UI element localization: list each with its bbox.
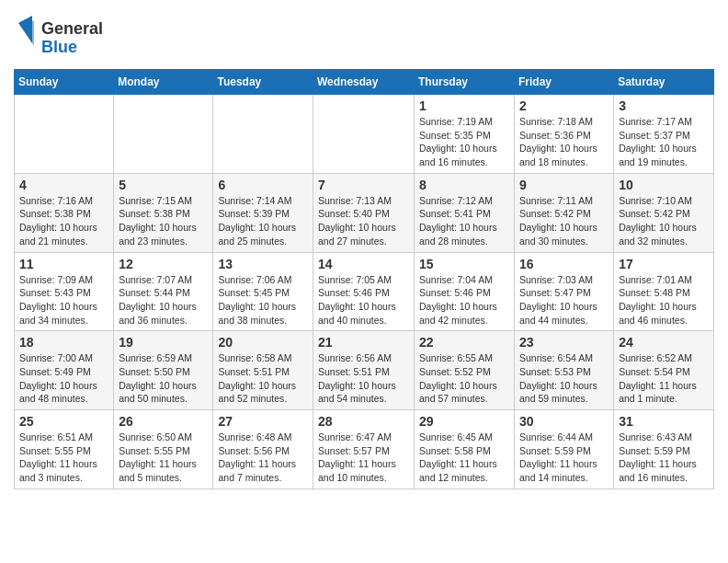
day-number: 15 xyxy=(419,257,509,271)
day-number: 6 xyxy=(218,178,308,192)
day-info: Sunrise: 7:14 AMSunset: 5:39 PMDaylight:… xyxy=(218,194,308,248)
day-info: Sunrise: 6:52 AMSunset: 5:54 PMDaylight:… xyxy=(619,351,709,406)
calendar-week-row: 4Sunrise: 7:16 AMSunset: 5:38 PMDaylight… xyxy=(15,173,714,252)
calendar-cell: 8Sunrise: 7:12 AMSunset: 5:41 PMDaylight… xyxy=(415,173,515,252)
day-info: Sunrise: 6:45 AMSunset: 5:58 PMDaylight:… xyxy=(419,431,509,485)
calendar-cell: 14Sunrise: 7:05 AMSunset: 5:46 PMDayligh… xyxy=(313,252,415,331)
day-number: 4 xyxy=(19,178,108,192)
calendar-cell: 27Sunrise: 6:48 AMSunset: 5:56 PMDayligh… xyxy=(213,410,313,489)
day-number: 30 xyxy=(519,414,609,429)
calendar-cell xyxy=(15,95,114,174)
day-info: Sunrise: 6:54 AMSunset: 5:53 PMDaylight:… xyxy=(519,351,609,406)
day-info: Sunrise: 6:59 AMSunset: 5:50 PMDaylight:… xyxy=(119,351,208,406)
day-info: Sunrise: 7:09 AMSunset: 5:43 PMDaylight:… xyxy=(19,273,108,327)
calendar-cell: 9Sunrise: 7:11 AMSunset: 5:42 PMDaylight… xyxy=(515,173,614,252)
day-number: 22 xyxy=(419,335,509,350)
calendar-cell: 10Sunrise: 7:10 AMSunset: 5:42 PMDayligh… xyxy=(614,173,714,252)
calendar-cell: 26Sunrise: 6:50 AMSunset: 5:55 PMDayligh… xyxy=(114,410,213,489)
svg-text:Blue: Blue xyxy=(41,38,77,56)
calendar-cell: 20Sunrise: 6:58 AMSunset: 5:51 PMDayligh… xyxy=(213,331,313,410)
calendar-cell: 24Sunrise: 6:52 AMSunset: 5:54 PMDayligh… xyxy=(614,331,714,410)
calendar-header-row: SundayMondayTuesdayWednesdayThursdayFrid… xyxy=(15,70,714,95)
day-number: 26 xyxy=(119,414,208,429)
day-info: Sunrise: 6:58 AMSunset: 5:51 PMDaylight:… xyxy=(218,351,308,406)
day-info: Sunrise: 7:01 AMSunset: 5:48 PMDaylight:… xyxy=(619,273,709,327)
day-info: Sunrise: 6:51 AMSunset: 5:55 PMDaylight:… xyxy=(19,431,108,485)
day-number: 16 xyxy=(519,257,609,271)
day-number: 14 xyxy=(318,257,409,271)
day-info: Sunrise: 7:05 AMSunset: 5:46 PMDaylight:… xyxy=(318,273,409,327)
day-number: 10 xyxy=(619,178,709,192)
logo-svg: GeneralBlue xyxy=(14,14,106,60)
calendar-cell: 29Sunrise: 6:45 AMSunset: 5:58 PMDayligh… xyxy=(415,410,515,489)
day-number: 5 xyxy=(119,178,208,192)
day-number: 3 xyxy=(619,98,709,113)
day-info: Sunrise: 6:48 AMSunset: 5:56 PMDaylight:… xyxy=(218,431,308,485)
calendar-table: SundayMondayTuesdayWednesdayThursdayFrid… xyxy=(14,69,714,489)
day-info: Sunrise: 7:15 AMSunset: 5:38 PMDaylight:… xyxy=(119,194,208,248)
calendar-week-row: 18Sunrise: 7:00 AMSunset: 5:49 PMDayligh… xyxy=(15,331,714,410)
day-number: 21 xyxy=(318,335,409,350)
day-number: 27 xyxy=(218,414,308,429)
day-number: 8 xyxy=(419,178,509,192)
calendar-cell: 23Sunrise: 6:54 AMSunset: 5:53 PMDayligh… xyxy=(515,331,614,410)
calendar-cell: 15Sunrise: 7:04 AMSunset: 5:46 PMDayligh… xyxy=(415,252,515,331)
day-number: 13 xyxy=(218,257,308,271)
day-header-tuesday: Tuesday xyxy=(213,70,313,95)
svg-text:General: General xyxy=(41,19,103,38)
calendar-cell: 28Sunrise: 6:47 AMSunset: 5:57 PMDayligh… xyxy=(313,410,415,489)
day-number: 19 xyxy=(119,335,208,350)
day-info: Sunrise: 7:10 AMSunset: 5:42 PMDaylight:… xyxy=(619,194,709,248)
day-number: 20 xyxy=(218,335,308,350)
day-number: 1 xyxy=(419,98,509,113)
day-info: Sunrise: 7:12 AMSunset: 5:41 PMDaylight:… xyxy=(419,194,509,248)
day-info: Sunrise: 7:11 AMSunset: 5:42 PMDaylight:… xyxy=(519,194,609,248)
calendar-cell xyxy=(313,95,415,174)
calendar-cell: 22Sunrise: 6:55 AMSunset: 5:52 PMDayligh… xyxy=(415,331,515,410)
day-info: Sunrise: 7:03 AMSunset: 5:47 PMDaylight:… xyxy=(519,273,609,327)
day-number: 18 xyxy=(19,335,108,350)
calendar-cell: 12Sunrise: 7:07 AMSunset: 5:44 PMDayligh… xyxy=(114,252,213,331)
day-info: Sunrise: 7:13 AMSunset: 5:40 PMDaylight:… xyxy=(318,194,409,248)
day-info: Sunrise: 6:50 AMSunset: 5:55 PMDaylight:… xyxy=(119,431,208,485)
day-info: Sunrise: 7:06 AMSunset: 5:45 PMDaylight:… xyxy=(218,273,308,327)
calendar-week-row: 1Sunrise: 7:19 AMSunset: 5:35 PMDaylight… xyxy=(15,95,714,174)
calendar-cell: 16Sunrise: 7:03 AMSunset: 5:47 PMDayligh… xyxy=(515,252,614,331)
day-number: 24 xyxy=(619,335,709,350)
day-header-monday: Monday xyxy=(114,70,213,95)
calendar-cell: 5Sunrise: 7:15 AMSunset: 5:38 PMDaylight… xyxy=(114,173,213,252)
day-number: 12 xyxy=(119,257,208,271)
calendar-cell: 17Sunrise: 7:01 AMSunset: 5:48 PMDayligh… xyxy=(614,252,714,331)
calendar-cell: 13Sunrise: 7:06 AMSunset: 5:45 PMDayligh… xyxy=(213,252,313,331)
day-info: Sunrise: 7:16 AMSunset: 5:38 PMDaylight:… xyxy=(19,194,108,248)
day-number: 7 xyxy=(318,178,409,192)
calendar-cell xyxy=(114,95,213,174)
day-header-wednesday: Wednesday xyxy=(313,70,415,95)
calendar-week-row: 11Sunrise: 7:09 AMSunset: 5:43 PMDayligh… xyxy=(15,252,714,331)
calendar-cell: 2Sunrise: 7:18 AMSunset: 5:36 PMDaylight… xyxy=(515,95,614,174)
page-header: GeneralBlue xyxy=(14,14,714,60)
day-number: 9 xyxy=(519,178,609,192)
day-number: 11 xyxy=(19,257,108,271)
day-info: Sunrise: 7:18 AMSunset: 5:36 PMDaylight:… xyxy=(519,115,609,169)
day-info: Sunrise: 6:56 AMSunset: 5:51 PMDaylight:… xyxy=(318,351,409,406)
day-info: Sunrise: 7:04 AMSunset: 5:46 PMDaylight:… xyxy=(419,273,509,327)
day-number: 25 xyxy=(19,414,108,429)
calendar-cell: 21Sunrise: 6:56 AMSunset: 5:51 PMDayligh… xyxy=(313,331,415,410)
day-info: Sunrise: 6:47 AMSunset: 5:57 PMDaylight:… xyxy=(318,431,409,485)
day-info: Sunrise: 6:55 AMSunset: 5:52 PMDaylight:… xyxy=(419,351,509,406)
calendar-cell: 30Sunrise: 6:44 AMSunset: 5:59 PMDayligh… xyxy=(515,410,614,489)
logo: GeneralBlue xyxy=(14,14,106,60)
calendar-cell: 1Sunrise: 7:19 AMSunset: 5:35 PMDaylight… xyxy=(415,95,515,174)
calendar-cell: 6Sunrise: 7:14 AMSunset: 5:39 PMDaylight… xyxy=(213,173,313,252)
calendar-week-row: 25Sunrise: 6:51 AMSunset: 5:55 PMDayligh… xyxy=(15,410,714,489)
day-info: Sunrise: 7:17 AMSunset: 5:37 PMDaylight:… xyxy=(619,115,709,169)
calendar-cell: 25Sunrise: 6:51 AMSunset: 5:55 PMDayligh… xyxy=(15,410,114,489)
day-header-friday: Friday xyxy=(515,70,614,95)
day-info: Sunrise: 6:44 AMSunset: 5:59 PMDaylight:… xyxy=(519,431,609,485)
calendar-cell: 18Sunrise: 7:00 AMSunset: 5:49 PMDayligh… xyxy=(15,331,114,410)
day-info: Sunrise: 7:19 AMSunset: 5:35 PMDaylight:… xyxy=(419,115,509,169)
day-header-saturday: Saturday xyxy=(614,70,714,95)
day-info: Sunrise: 7:00 AMSunset: 5:49 PMDaylight:… xyxy=(19,351,108,406)
day-number: 28 xyxy=(318,414,409,429)
